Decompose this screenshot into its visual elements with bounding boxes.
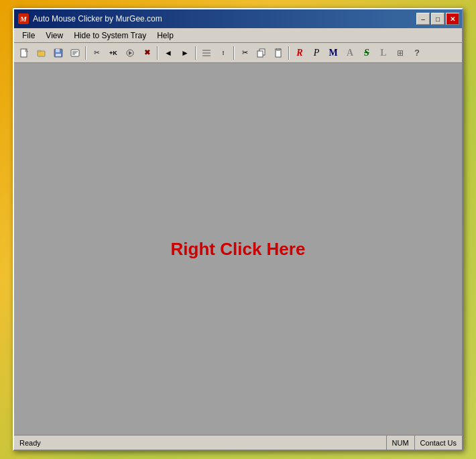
title-bar: M Auto Mouse Clicker by MurGee.com – □ ✕: [14, 9, 462, 28]
svg-rect-16: [257, 51, 263, 57]
app-icon: M: [18, 13, 29, 24]
toolbar-separator-5: [288, 46, 290, 60]
toolbar-separator-4: [233, 46, 235, 60]
toolbar-s-button[interactable]: S: [359, 45, 375, 61]
toolbar-separator-1: [85, 46, 86, 60]
menu-file[interactable]: File: [17, 30, 40, 42]
toolbar-cut-sel-button[interactable]: ✂: [88, 45, 105, 61]
window-title: Auto Mouse Clicker by MurGee.com: [33, 14, 162, 23]
toolbar-copy-button[interactable]: [253, 45, 270, 61]
toolbar-new-button[interactable]: [17, 45, 33, 61]
svg-rect-2: [38, 50, 41, 52]
toolbar-stop-button[interactable]: ✖: [139, 45, 155, 61]
toolbar-properties-button[interactable]: [67, 45, 83, 61]
toolbar-list-numbered-button[interactable]: !: [215, 45, 231, 61]
toolbar-p-button[interactable]: P: [308, 45, 324, 61]
toolbar-save-button[interactable]: [50, 45, 66, 61]
toolbar-paste-button[interactable]: [270, 45, 286, 61]
status-ready: Ready: [14, 436, 387, 450]
application-window: M Auto Mouse Clicker by MurGee.com – □ ✕…: [13, 8, 463, 451]
toolbar-screenshot-button[interactable]: ⊞: [392, 45, 408, 61]
svg-rect-5: [56, 54, 61, 56]
menu-hide-to-system-tray[interactable]: Hide to System Tray: [68, 30, 152, 42]
main-content-area[interactable]: Right Click Here: [14, 63, 462, 435]
svg-marker-11: [129, 51, 132, 55]
menu-help[interactable]: Help: [152, 30, 179, 42]
toolbar-separator-3: [195, 46, 196, 60]
svg-rect-18: [276, 48, 280, 50]
toolbar-forward-button[interactable]: ►: [177, 45, 193, 61]
toolbar-separator-2: [157, 46, 158, 60]
toolbar-open-button[interactable]: [34, 45, 50, 61]
right-click-instruction: Right Click Here: [171, 239, 306, 260]
minimize-button[interactable]: –: [416, 13, 430, 25]
maximize-button[interactable]: □: [431, 13, 444, 25]
toolbar-plus-k-button[interactable]: +K: [105, 45, 121, 61]
status-num: NUM: [387, 436, 415, 450]
toolbar-cut-button[interactable]: ✂: [237, 45, 253, 61]
menu-view[interactable]: View: [40, 30, 68, 42]
window-controls: – □ ✕: [416, 13, 459, 25]
menu-bar: File View Hide to System Tray Help: [14, 28, 462, 43]
toolbar: ✂ +K ✖ ◄ ► ! ✂: [14, 43, 462, 63]
toolbar-macro-button[interactable]: [122, 45, 138, 61]
title-bar-left: M Auto Mouse Clicker by MurGee.com: [18, 13, 162, 24]
toolbar-a-button[interactable]: A: [342, 45, 358, 61]
toolbar-r-button[interactable]: R: [292, 45, 308, 61]
toolbar-list-button[interactable]: [198, 45, 215, 61]
status-contact: Contact Us: [415, 436, 462, 450]
svg-rect-4: [56, 49, 60, 52]
toolbar-m-button[interactable]: M: [325, 45, 341, 61]
toolbar-back-button[interactable]: ◄: [160, 45, 176, 61]
close-button[interactable]: ✕: [446, 13, 459, 25]
status-bar: Ready NUM Contact Us: [14, 435, 462, 450]
toolbar-help-button[interactable]: ?: [409, 45, 425, 61]
toolbar-l-button[interactable]: L: [375, 45, 392, 61]
